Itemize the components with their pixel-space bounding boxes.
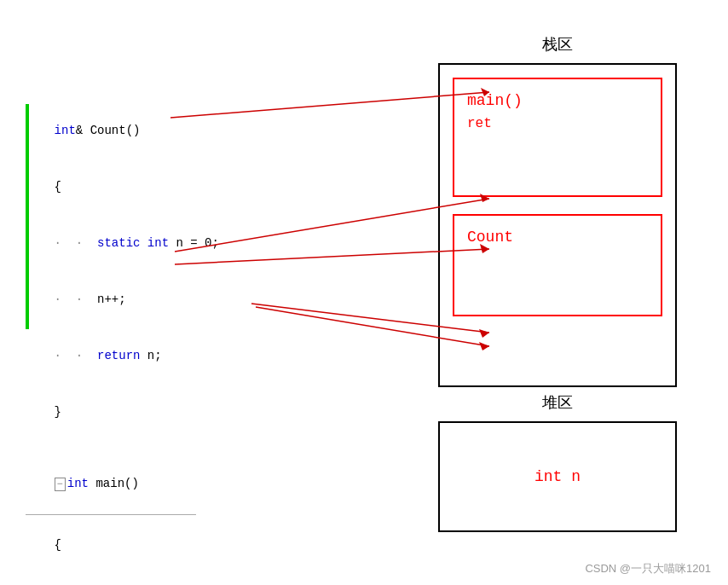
stack-title: 栈区	[438, 34, 677, 55]
code-line-4: · · n++;	[26, 271, 290, 327]
code-line-10: · · int ret = Count();	[26, 573, 290, 585]
heap-area: 堆区 int n	[438, 392, 677, 532]
watermark: CSDN @一只大喵咪1201	[585, 561, 711, 576]
code-line-2: {	[26, 159, 290, 215]
heap-title: 堆区	[438, 392, 677, 413]
heap-label: int n	[534, 468, 581, 485]
main-box-sublabel: ret	[467, 116, 648, 131]
stack-area: 栈区 main() ret Count	[438, 34, 677, 387]
stack-outer-box: main() ret Count	[438, 63, 677, 387]
code-line-3: · · static int n = 0;	[26, 215, 290, 271]
main-box-label: main()	[467, 92, 648, 109]
keyword-int: int	[55, 124, 76, 137]
code-line-1: int& Count()	[26, 102, 290, 159]
code-line-5: · · return n;	[26, 327, 290, 384]
code-line-9: {	[26, 517, 290, 573]
code-spacer	[26, 440, 290, 455]
count-stack-box: Count	[453, 214, 662, 316]
heap-outer-box: int n	[438, 421, 677, 532]
code-line-6: }	[26, 384, 290, 440]
code-panel: int& Count() { · · static int n = 0; · ·…	[26, 102, 290, 585]
main-stack-box: main() ret	[453, 78, 662, 197]
separator-line	[26, 514, 196, 515]
count-box-label: Count	[467, 229, 648, 246]
code-line-8: −int main()	[26, 455, 290, 513]
